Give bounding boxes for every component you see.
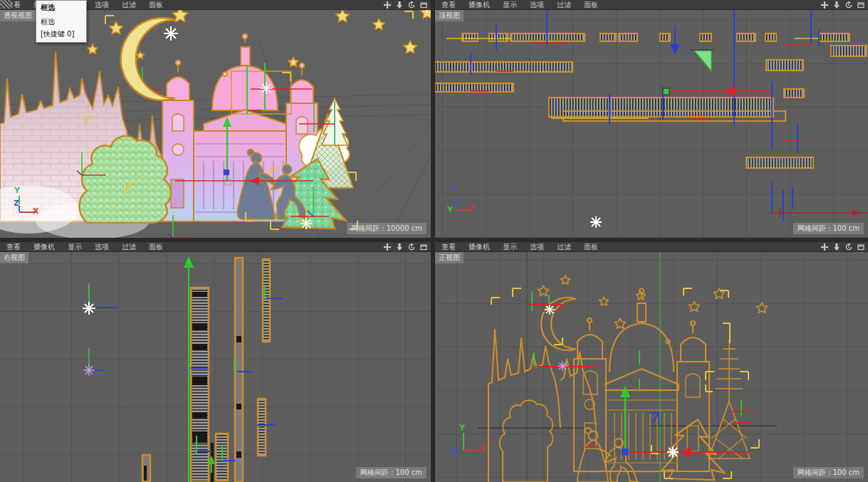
rotate-icon[interactable]	[844, 243, 854, 251]
maximize-icon[interactable]	[856, 1, 866, 9]
menu-item-camera[interactable]: 摄像机	[462, 242, 496, 252]
menu-item-camera[interactable]: 摄像机	[27, 242, 61, 252]
viewport-label: 右视图	[0, 252, 28, 263]
cursor-snowflake	[83, 283, 118, 376]
menu-item-filter[interactable]: 过滤	[115, 0, 142, 10]
menu-item-view[interactable]: 查看	[435, 242, 462, 252]
wire-man[interactable]	[605, 439, 637, 482]
pan-icon[interactable]	[820, 243, 830, 251]
viewport-menubar: 查看 摄像机 显示 选项 过滤 面板	[0, 242, 431, 252]
tooltip-subtitle: 框选	[36, 15, 86, 28]
maximize-icon[interactable]	[419, 1, 429, 9]
menu-item-panel[interactable]: 面板	[142, 0, 169, 10]
cursor-snowflake	[590, 216, 602, 228]
wire-stars[interactable]	[538, 276, 767, 344]
tooltip-shortcut: [快捷键 0]	[36, 28, 86, 42]
axis-label-z: Z	[451, 184, 457, 194]
grid-spacing-status: 网格间距 : 100 cm	[356, 467, 427, 478]
menu-item-camera[interactable]: 摄像机	[462, 0, 496, 10]
viewport-label: 透视视图	[0, 10, 36, 21]
menu-item-filter[interactable]: 过滤	[115, 242, 142, 252]
x-axis-arrowhead	[852, 209, 859, 216]
menu-item-options[interactable]: 选项	[523, 242, 550, 252]
menu-item-options[interactable]: 选项	[523, 0, 550, 10]
z-axis-arrow[interactable]	[670, 44, 680, 54]
menu-item-view[interactable]: 查看	[435, 0, 462, 10]
menu-item-options[interactable]: 选项	[88, 242, 115, 252]
rotate-icon[interactable]	[407, 243, 417, 251]
viewport-menubar: 查看 摄像机 显示 选项 过滤 面板	[435, 242, 868, 252]
grid-spacing-status: 网格间距 : 100 cm	[793, 223, 864, 234]
zoom-icon[interactable]	[394, 1, 404, 9]
pan-icon[interactable]	[382, 1, 392, 9]
axis-label-z: Z	[452, 447, 458, 456]
viewport-label: 顶视图	[435, 10, 464, 21]
menu-item-panel[interactable]: 面板	[577, 0, 605, 10]
viewport-label: 正视图	[435, 252, 464, 263]
grid-spacing-status: 网格间距 : 10000 cm	[347, 223, 427, 234]
menu-item-options[interactable]: 选项	[88, 0, 115, 10]
zoom-icon[interactable]	[394, 243, 404, 251]
menu-item-display[interactable]: 显示	[496, 242, 523, 252]
viewport-front[interactable]: 查看 摄像机 显示 选项 过滤 面板 正视图	[435, 242, 868, 482]
rotate-icon[interactable]	[407, 1, 417, 9]
maximize-icon[interactable]	[856, 243, 866, 251]
menu-item-filter[interactable]: 过滤	[550, 242, 577, 252]
axis-indicator: Z Y X	[435, 182, 485, 224]
menu-item-panel[interactable]: 面板	[577, 242, 605, 252]
zoom-icon[interactable]	[832, 1, 842, 9]
rotate-icon[interactable]	[844, 1, 854, 9]
selection-tool-tooltip: 框选 框选 [快捷键 0]	[36, 0, 87, 43]
top-scene-canvas[interactable]	[435, 10, 868, 238]
axis-indicator: Y Z X	[0, 182, 50, 224]
maximize-icon[interactable]	[419, 243, 429, 251]
viewport-right[interactable]: 查看 摄像机 显示 选项 过滤 面板 右视图	[0, 242, 431, 482]
tooltip-title: 框选	[36, 1, 86, 15]
menu-item-display[interactable]: 显示	[61, 242, 88, 252]
menu-item-panel[interactable]: 面板	[142, 242, 169, 252]
axis-label-y: Y	[447, 205, 453, 214]
wire-pine[interactable]	[708, 339, 750, 459]
wireframe-bars[interactable]	[142, 258, 270, 482]
perspective-scene-canvas[interactable]	[0, 10, 431, 238]
wire-palace[interactable]	[574, 289, 709, 471]
wire-moon[interactable]	[541, 298, 576, 350]
pan-icon[interactable]	[820, 1, 830, 9]
zoom-icon[interactable]	[832, 243, 842, 251]
axis-label-y: Y	[459, 423, 465, 432]
axis-label-y: Y	[14, 186, 20, 195]
c4d-quad-viewport-window: 查看 摄像机 显示 选项 过滤 面板 透视视图	[0, 0, 868, 482]
toolbar-fragment-icon[interactable]	[0, 0, 11, 9]
pan-icon[interactable]	[382, 243, 392, 251]
axis-label-x: X	[479, 444, 485, 454]
axis-indicator: Y Z X	[445, 420, 509, 463]
grid-spacing-status: 网格间距 : 100 cm	[793, 467, 864, 478]
axis-label-x: X	[469, 203, 475, 212]
wireframe-bars[interactable]	[435, 33, 867, 168]
viewport-menubar: 查看 摄像机 显示 选项 过滤 面板	[435, 0, 868, 10]
menu-item-display[interactable]: 显示	[496, 0, 523, 10]
menu-item-view[interactable]: 查看	[0, 242, 27, 252]
right-scene-canvas[interactable]	[0, 252, 431, 482]
gizmo-origin[interactable]	[663, 50, 771, 96]
viewport-top[interactable]: 查看 摄像机 显示 选项 过滤 面板 顶视图	[435, 0, 868, 238]
menu-item-filter[interactable]: 过滤	[550, 0, 577, 10]
